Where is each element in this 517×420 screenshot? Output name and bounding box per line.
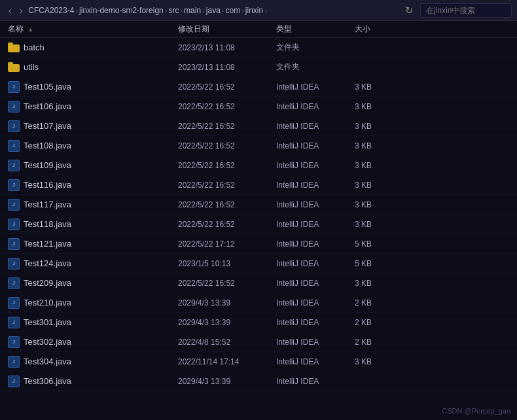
file-name-text: Test106.java (24, 101, 71, 111)
titlebar: ‹ › CFCA2023-4 › jinxin-demo-sm2-foreign… (0, 0, 517, 21)
back-button[interactable]: ‹ (5, 4, 15, 17)
file-name-text: Test121.java (24, 239, 71, 249)
file-size-cell: 3 KB (355, 181, 407, 190)
file-row[interactable]: JTest301.java2029/4/3 13:39IntelliJ IDEA… (0, 313, 517, 332)
file-type-cell: IntelliJ IDEA (276, 279, 355, 288)
file-name-cell: JTest107.java (8, 120, 178, 132)
file-row[interactable]: JTest306.java2029/4/3 13:39IntelliJ IDEA (0, 372, 517, 391)
java-icon: J (8, 219, 20, 230)
file-date-cell: 2022/5/22 16:52 (178, 122, 276, 131)
java-icon: J (8, 120, 20, 132)
file-date-cell: 2022/5/22 16:52 (178, 200, 276, 209)
file-name-text: Test105.java (24, 82, 71, 92)
java-icon: J (8, 336, 20, 348)
file-type-cell: IntelliJ IDEA (276, 259, 355, 268)
file-row[interactable]: JTest117.java2022/5/22 16:52IntelliJ IDE… (0, 195, 517, 215)
file-size-cell: 3 KB (355, 161, 407, 170)
file-name-text: Test107.java (24, 121, 71, 131)
file-date-cell: 2022/5/22 17:12 (178, 239, 276, 249)
breadcrumb-separator: › (241, 7, 244, 14)
file-row[interactable]: batch2023/2/13 11:08文件夹 (0, 38, 517, 58)
file-name-cell: JTest121.java (8, 238, 178, 250)
file-size-cell: 3 KB (355, 102, 407, 111)
file-name-cell: JTest301.java (8, 317, 178, 328)
col-header-type[interactable]: 类型 (276, 24, 355, 35)
file-size-cell: 3 KB (355, 82, 407, 92)
file-type-cell: IntelliJ IDEA (276, 377, 355, 386)
file-row[interactable]: JTest209.java2022/5/22 16:52IntelliJ IDE… (0, 273, 517, 293)
file-row[interactable]: JTest121.java2022/5/22 17:12IntelliJ IDE… (0, 234, 517, 254)
file-size-cell: 3 KB (355, 141, 407, 150)
breadcrumb-item-com[interactable]: com (225, 6, 240, 15)
file-row[interactable]: JTest210.java2029/4/3 13:39IntelliJ IDEA… (0, 293, 517, 313)
file-row[interactable]: JTest118.java2022/5/22 16:52IntelliJ IDE… (0, 215, 517, 234)
file-name-text: Test117.java (24, 200, 71, 209)
file-date-cell: 2029/4/3 13:39 (178, 298, 276, 307)
file-row[interactable]: JTest107.java2022/5/22 16:52IntelliJ IDE… (0, 116, 517, 136)
breadcrumb-item-main[interactable]: main (184, 6, 201, 15)
file-type-cell: IntelliJ IDEA (276, 239, 355, 249)
forward-button[interactable]: › (16, 4, 26, 17)
col-header-date[interactable]: 修改日期 (178, 24, 276, 35)
java-icon: J (8, 140, 20, 152)
file-row[interactable]: JTest109.java2022/5/22 16:52IntelliJ IDE… (0, 156, 517, 175)
file-type-cell: IntelliJ IDEA (276, 318, 355, 327)
file-date-cell: 2023/1/5 10:13 (178, 259, 276, 268)
breadcrumb-separator-end: › (264, 7, 267, 14)
file-name-cell: JTest105.java (8, 81, 178, 93)
file-type-cell: IntelliJ IDEA (276, 161, 355, 170)
nav-buttons: ‹ › (5, 4, 26, 17)
file-row[interactable]: JTest116.java2022/5/22 16:52IntelliJ IDE… (0, 175, 517, 195)
file-name-text: Test306.java (24, 376, 71, 386)
java-icon: J (8, 277, 20, 289)
file-date-cell: 2022/5/22 16:52 (178, 279, 276, 288)
file-name-cell: JTest109.java (8, 160, 178, 171)
breadcrumb-item-cfca2023-4[interactable]: CFCA2023-4 (28, 6, 74, 15)
file-name-cell: JTest302.java (8, 336, 178, 348)
file-type-cell: IntelliJ IDEA (276, 122, 355, 131)
file-type-cell: 文件夹 (276, 61, 355, 73)
breadcrumb-item-jinxin[interactable]: jinxin (245, 6, 263, 15)
file-name-cell: JTest108.java (8, 140, 178, 152)
file-type-cell: IntelliJ IDEA (276, 338, 355, 347)
file-row[interactable]: JTest124.java2023/1/5 10:13IntelliJ IDEA… (0, 254, 517, 273)
file-row[interactable]: JTest108.java2022/5/22 16:52IntelliJ IDE… (0, 136, 517, 156)
sort-arrow-name: ▲ (27, 26, 33, 33)
col-header-name[interactable]: 名称 ▲ (8, 24, 178, 35)
file-name-text: Test209.java (24, 278, 71, 288)
file-name-text: Test108.java (24, 141, 71, 150)
file-size-cell: 3 KB (355, 279, 407, 288)
file-date-cell: 2022/5/22 16:52 (178, 161, 276, 170)
breadcrumb-item-jinxin-demo-sm2-foreign[interactable]: jinxin-demo-sm2-foreign (79, 6, 164, 15)
file-date-cell: 2022/5/22 16:52 (178, 141, 276, 150)
breadcrumb-item-src[interactable]: src (168, 6, 179, 15)
file-size-cell: 5 KB (355, 259, 407, 268)
file-name-text: Test124.java (24, 258, 71, 268)
file-size-cell: 3 KB (355, 220, 407, 229)
file-row[interactable]: JTest105.java2022/5/22 16:52IntelliJ IDE… (0, 77, 517, 97)
file-name-text: Test116.java (24, 180, 71, 190)
java-icon: J (8, 297, 20, 309)
file-list: batch2023/2/13 11:08文件夹utils2023/2/13 11… (0, 38, 517, 420)
file-name-text: batch (24, 43, 45, 52)
file-date-cell: 2022/5/22 16:52 (178, 220, 276, 229)
col-header-size[interactable]: 大小 (355, 24, 407, 35)
breadcrumb: CFCA2023-4 › jinxin-demo-sm2-foreign › s… (28, 6, 399, 15)
file-row[interactable]: JTest304.java2022/11/14 17:14IntelliJ ID… (0, 352, 517, 372)
file-row[interactable]: JTest302.java2022/4/8 15:52IntelliJ IDEA… (0, 332, 517, 352)
file-row[interactable]: JTest106.java2022/5/22 16:52IntelliJ IDE… (0, 97, 517, 116)
java-icon: J (8, 101, 20, 113)
refresh-button[interactable]: ↻ (401, 3, 418, 18)
file-date-cell: 2022/5/22 16:52 (178, 102, 276, 111)
file-name-text: utils (24, 62, 39, 72)
file-name-cell: JTest210.java (8, 297, 178, 309)
file-date-cell: 2022/11/14 17:14 (178, 357, 276, 366)
file-row[interactable]: utils2023/2/13 11:08文件夹 (0, 58, 517, 77)
file-date-cell: 2022/5/22 16:52 (178, 82, 276, 92)
breadcrumb-item-java[interactable]: java (206, 6, 221, 15)
breadcrumb-separator: › (222, 7, 224, 14)
search-input[interactable] (420, 3, 512, 18)
java-icon: J (8, 179, 20, 191)
file-name-text: Test302.java (24, 337, 71, 347)
file-type-cell: IntelliJ IDEA (276, 200, 355, 209)
